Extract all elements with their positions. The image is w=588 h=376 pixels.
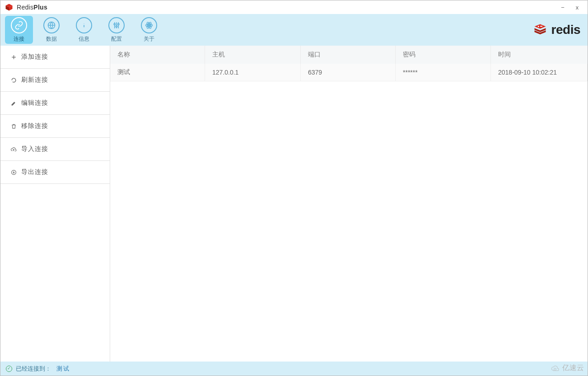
tab-label: 配置: [111, 35, 122, 43]
sidebar-item-label: 刷新连接: [21, 76, 48, 84]
watermark: 亿速云: [550, 363, 584, 373]
refresh-icon: [10, 77, 17, 83]
app-title-prefix: Redis: [17, 4, 33, 11]
atom-icon: [141, 17, 157, 33]
td-time: 2018-09-10 10:02:21: [491, 64, 588, 81]
link-icon: [11, 17, 27, 33]
tab-config[interactable]: 配置: [103, 16, 131, 44]
cloud-icon: [550, 364, 560, 372]
sidebar-add-connection[interactable]: 添加连接: [0, 46, 110, 69]
sidebar-refresh-connection[interactable]: 刷新连接: [0, 69, 110, 92]
sidebar-item-label: 编辑连接: [21, 99, 48, 107]
pencil-icon: [10, 100, 17, 106]
redis-logo-icon: [532, 23, 548, 37]
sidebar-import-connection[interactable]: 导入连接: [0, 138, 110, 161]
status-connection-name: 测试: [56, 365, 70, 373]
tab-about[interactable]: 关于: [135, 16, 163, 44]
connection-table: 名称 主机 端口 密码 时间 测试 127.0.0.1 6379 ****** …: [110, 46, 588, 362]
watermark-text: 亿速云: [562, 363, 584, 373]
tab-label: 信息: [79, 35, 89, 43]
sidebar-export-connection[interactable]: 导出连接: [0, 161, 110, 184]
check-circle-icon: [6, 366, 12, 372]
sidebar-item-label: 添加连接: [21, 53, 48, 61]
td-host: 127.0.0.1: [205, 64, 301, 81]
title-bar: RedisPlus − x: [0, 0, 588, 14]
sidebar-item-label: 导入连接: [21, 145, 48, 153]
table-row[interactable]: 测试 127.0.0.1 6379 ****** 2018-09-10 10:0…: [110, 64, 588, 81]
sidebar: 添加连接 刷新连接 编辑连接 移除连接 导入连接: [0, 46, 110, 362]
tab-info[interactable]: 信息: [70, 16, 98, 44]
sidebar-item-label: 导出连接: [21, 168, 48, 176]
td-name: 测试: [110, 64, 205, 81]
svg-point-9: [148, 24, 149, 26]
svg-point-8: [118, 23, 119, 24]
plus-icon: [10, 54, 17, 60]
sliders-icon: [108, 17, 125, 33]
main-area: 添加连接 刷新连接 编辑连接 移除连接 导入连接: [0, 46, 588, 362]
th-password: 密码: [396, 46, 491, 64]
svg-point-4: [114, 23, 115, 24]
th-host: 主机: [205, 46, 301, 64]
svg-point-6: [116, 25, 117, 27]
toolbar: 连接 数据 信息 配置: [0, 14, 588, 46]
tab-label: 关于: [144, 35, 154, 43]
minimize-button[interactable]: −: [559, 4, 567, 11]
td-password: ******: [396, 64, 491, 81]
globe-icon: [43, 17, 60, 33]
tab-label: 连接: [14, 35, 24, 43]
info-icon: [76, 17, 92, 33]
tab-label: 数据: [46, 35, 57, 43]
trash-icon: [10, 123, 17, 129]
svg-point-13: [537, 26, 539, 27]
cloud-upload-icon: [10, 146, 17, 152]
status-bar: 已经连接到： 测试: [0, 362, 588, 376]
status-label: 已经连接到：: [16, 365, 51, 373]
redis-logo-text: redis: [551, 23, 580, 37]
sidebar-item-label: 移除连接: [21, 122, 48, 130]
app-icon: [5, 3, 13, 11]
tab-connection[interactable]: 连接: [5, 16, 33, 44]
download-icon: [10, 169, 17, 175]
th-name: 名称: [110, 46, 205, 64]
tab-data[interactable]: 数据: [37, 16, 65, 44]
th-port: 端口: [301, 46, 396, 64]
app-title: RedisPlus: [17, 4, 47, 11]
app-title-suffix: Plus: [33, 4, 47, 11]
close-button[interactable]: x: [573, 4, 581, 11]
table-header: 名称 主机 端口 密码 时间: [110, 46, 588, 64]
th-time: 时间: [491, 46, 588, 64]
sidebar-edit-connection[interactable]: 编辑连接: [0, 92, 110, 115]
svg-rect-14: [540, 26, 542, 27]
window-controls: − x: [559, 4, 584, 11]
redis-logo: redis: [532, 23, 583, 37]
td-port: 6379: [301, 64, 396, 81]
sidebar-remove-connection[interactable]: 移除连接: [0, 115, 110, 138]
